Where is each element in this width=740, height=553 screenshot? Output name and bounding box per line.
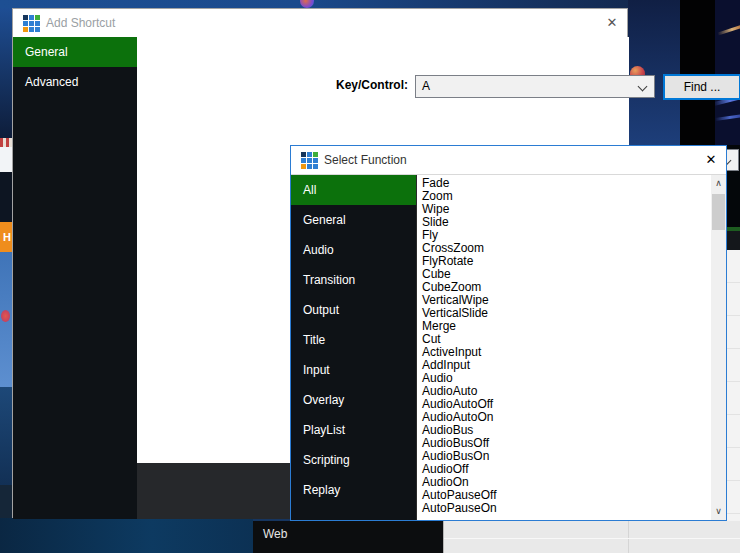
wallpaper-left-deepwater xyxy=(0,485,12,518)
scrollbar-thumb[interactable] xyxy=(712,194,725,230)
function-option-merge[interactable]: Merge xyxy=(417,320,711,333)
category-overlay[interactable]: Overlay xyxy=(291,385,416,415)
background-right-listrows xyxy=(727,250,740,521)
add-shortcut-titlebar[interactable]: Add Shortcut ✕ xyxy=(13,9,627,37)
function-list: FadeZoomWipeSlideFlyCrossZoomFlyRotateCu… xyxy=(416,175,711,520)
function-option-slide[interactable]: Slide xyxy=(417,216,711,229)
sidebar-item-general[interactable]: General xyxy=(13,37,137,67)
window-title: Add Shortcut xyxy=(46,9,115,37)
category-transition[interactable]: Transition xyxy=(291,265,416,295)
close-icon[interactable]: ✕ xyxy=(597,9,627,37)
select-function-titlebar[interactable]: Select Function ✕ xyxy=(291,146,726,174)
key-control-select[interactable]: A xyxy=(415,75,655,98)
category-scripting[interactable]: Scripting xyxy=(291,445,416,475)
wallpaper-left-water xyxy=(0,387,12,485)
category-output[interactable]: Output xyxy=(291,295,416,325)
firework-streak xyxy=(717,23,740,35)
vmix-app-icon xyxy=(301,152,318,169)
tab-web[interactable]: Web xyxy=(263,527,287,541)
panel-divider xyxy=(628,521,629,553)
wallpaper-left-dark xyxy=(0,172,12,222)
function-option-verticalslide[interactable]: VerticalSlide xyxy=(417,307,711,320)
desktop-icon-orange-fragment: H xyxy=(0,222,12,252)
function-option-wipe[interactable]: Wipe xyxy=(417,203,711,216)
find-button[interactable]: Find ... xyxy=(663,74,740,100)
function-list-scrollbar[interactable]: ∧ ∨ xyxy=(711,175,726,520)
select-function-window: Select Function ✕ AllGeneralAudioTransit… xyxy=(290,145,727,521)
wallpaper-bottom-water xyxy=(0,518,253,553)
scroll-up-icon[interactable]: ∧ xyxy=(711,175,726,192)
window-title: Select Function xyxy=(324,146,407,174)
firework-streak xyxy=(715,114,740,121)
vmix-app-icon xyxy=(23,15,40,32)
sidebar-item-advanced[interactable]: Advanced xyxy=(13,67,137,97)
chevron-down-icon xyxy=(638,82,648,92)
key-control-label: Key/Control: xyxy=(258,78,408,92)
wallpaper-left-sky xyxy=(0,8,12,138)
function-option-addinput[interactable]: AddInput xyxy=(417,359,711,372)
panel-divider xyxy=(444,538,740,539)
scroll-down-icon[interactable]: ∨ xyxy=(711,503,726,520)
category-replay[interactable]: Replay xyxy=(291,475,416,505)
category-general[interactable]: General xyxy=(291,205,416,235)
category-playlist[interactable]: PlayList xyxy=(291,415,416,445)
desktop-icon-vmix-fragment xyxy=(0,147,12,172)
desktop-icon-balloon-fragment xyxy=(0,138,12,147)
function-option-zoom[interactable]: Zoom xyxy=(417,190,711,203)
function-option-flyrotate[interactable]: FlyRotate xyxy=(417,255,711,268)
category-input[interactable]: Input xyxy=(291,355,416,385)
category-all[interactable]: All xyxy=(291,175,416,205)
function-category-sidebar: AllGeneralAudioTransitionOutputTitleInpu… xyxy=(291,175,416,520)
function-option-autopauseon[interactable]: AutoPauseOn xyxy=(417,502,711,515)
wallpaper-balloon2-icon xyxy=(1,310,10,322)
close-icon[interactable]: ✕ xyxy=(696,146,726,174)
web-tab-bar: Web xyxy=(253,521,443,553)
add-shortcut-sidebar: GeneralAdvanced xyxy=(13,37,137,519)
background-bottom-panel xyxy=(443,521,740,553)
key-control-value: A xyxy=(422,76,430,97)
function-option-fade[interactable]: Fade xyxy=(417,177,711,190)
category-title[interactable]: Title xyxy=(291,325,416,355)
background-right-dark2 xyxy=(727,231,740,250)
category-audio[interactable]: Audio xyxy=(291,235,416,265)
